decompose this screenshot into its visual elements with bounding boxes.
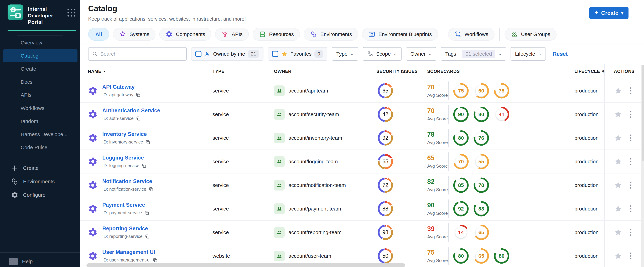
help-item[interactable]: Help [0,256,80,267]
scorecard-ring[interactable]: 80 [453,130,469,146]
scorecard-ring[interactable]: 80 [473,106,489,122]
row-menu-button[interactable] [629,228,632,237]
sidebar-item-create[interactable]: Create [3,62,78,76]
sidebar-item-docs[interactable]: Docs [3,76,78,88]
scorecard-ring[interactable]: 60 [473,83,489,99]
scorecard-ring[interactable]: 65 [473,224,489,240]
scorecard-ring[interactable]: 76 [473,130,489,146]
sidebar-footer-configure[interactable]: Configure [0,188,80,202]
entity-name-link[interactable]: Reporting Service [102,226,150,232]
horizontal-scrollbar[interactable] [86,264,405,267]
favorites-checkbox[interactable] [272,51,278,57]
sidebar-item-overview[interactable]: Overview [3,36,78,49]
scorecard-ring[interactable]: 41 [494,106,510,122]
scorecard-ring[interactable]: 90 [453,106,469,122]
scorecard-ring[interactable]: 70 [453,154,469,170]
entity-name-link[interactable]: Payment Service [102,202,149,208]
security-issues-donut[interactable]: 92 [378,130,393,146]
table-row-logging-service: Logging ServiceID: logging-serviceservic… [80,150,644,173]
sidebar-item-apis[interactable]: APIs [3,88,78,102]
owner-dropdown[interactable]: Owner ⌄ [406,47,436,61]
sidebar-footer-create[interactable]: Create [0,162,80,175]
app-grid-icon[interactable] [68,8,76,16]
copy-icon[interactable] [136,92,141,98]
scorecard-ring[interactable]: 80 [494,248,510,264]
favorite-star-button[interactable] [614,87,622,95]
tab-environment-blueprints[interactable]: AEnvironment Blueprints [362,28,438,41]
scorecard-ring[interactable]: 92 [453,201,469,217]
scorecard-ring[interactable]: 75 [494,83,510,99]
row-menu-button[interactable] [629,181,632,190]
favorite-star-button[interactable] [614,228,622,236]
row-menu-button[interactable] [629,204,632,213]
tab-all[interactable]: All [88,28,109,41]
copy-icon[interactable] [145,234,150,239]
search-input[interactable] [100,51,183,57]
entity-name-link[interactable]: Authentication Service [102,108,160,114]
tab-systems[interactable]: Systems [113,28,156,41]
sidebar-footer-environments[interactable]: Environments [0,175,80,188]
favorite-star-button[interactable] [614,181,622,189]
scorecard-ring[interactable]: 85 [453,177,469,193]
type-dropdown[interactable]: Type ⌄ [332,47,358,61]
scorecard-ring[interactable]: 75 [453,83,469,99]
scorecard-ring[interactable]: 14 [453,224,469,240]
sidebar-item-random[interactable]: random [3,115,78,128]
entity-name-link[interactable]: Logging Service [102,155,146,161]
sidebar-item-harness-develope[interactable]: Harness Develope... [3,128,78,141]
favorite-star-button[interactable] [614,110,622,118]
entity-name-link[interactable]: Notification Service [102,178,154,184]
row-menu-button[interactable] [629,110,632,119]
security-issues-donut[interactable]: 98 [378,225,393,240]
scorecard-ring[interactable]: 65 [473,248,489,264]
lifecycle-dropdown[interactable]: Lifecycle ⌄ [510,47,546,61]
scorecard-ring[interactable]: 83 [473,201,489,217]
entity-name-link[interactable]: User Management UI [102,249,158,255]
security-issues-donut[interactable]: 65 [378,154,393,169]
tab-user-groups[interactable]: User Groups [504,28,556,41]
create-button[interactable]: + Create ▾ [589,7,628,19]
tab-resources[interactable]: Resources [252,28,300,41]
scorecard-ring[interactable]: 80 [453,248,469,264]
favorite-star-button[interactable] [614,158,622,166]
favorite-star-button[interactable] [614,205,622,213]
row-menu-button[interactable] [629,134,632,142]
vertical-scrollbar[interactable] [642,64,644,267]
sidebar-item-code-pulse[interactable]: Code Pulse [3,141,78,154]
copy-icon[interactable] [145,140,150,145]
entity-name-link[interactable]: API Gateway [102,84,141,90]
copy-icon[interactable] [141,163,146,168]
security-issues-donut[interactable]: 42 [378,107,393,122]
scope-dropdown[interactable]: Scope ⌄ [363,47,402,61]
sidebar-item-catalog[interactable]: Catalog [3,49,78,62]
copy-icon[interactable] [144,210,149,216]
security-issues-donut[interactable]: 72 [378,178,393,193]
row-menu-button[interactable] [629,252,632,260]
owner-group-icon [274,86,285,96]
copy-icon[interactable] [148,187,154,192]
favorite-star-button[interactable] [614,134,622,142]
tab-workflows[interactable]: Workflows [448,28,494,41]
column-header-lifecycle[interactable]: LIFECYCLE ▲▼ [574,69,604,74]
owned-by-me-filter[interactable]: Owned by me 21 [191,47,264,61]
security-issues-donut[interactable]: 88 [378,201,393,216]
owned-by-me-checkbox[interactable] [195,51,202,57]
copy-icon[interactable] [136,116,141,121]
tab-apis[interactable]: APIs [215,28,249,41]
security-issues-donut[interactable]: 50 [378,248,393,264]
copy-icon[interactable] [152,258,158,263]
favorites-filter[interactable]: Favorites 0 [268,47,327,61]
row-menu-button[interactable] [629,86,632,95]
reset-filters-link[interactable]: Reset [553,51,568,57]
tags-dropdown[interactable]: Tags 01 selected ⌄ [441,47,506,61]
entity-name-link[interactable]: Inventory Service [102,131,150,137]
column-header-name[interactable]: NAME ▲ [80,64,199,79]
tab-components[interactable]: Components [159,28,211,41]
row-menu-button[interactable] [629,157,632,166]
favorite-star-button[interactable] [614,252,622,260]
scorecard-ring[interactable]: 55 [473,154,489,170]
tab-environments[interactable]: Environments [304,28,358,41]
scorecard-ring[interactable]: 78 [473,177,489,193]
security-issues-donut[interactable]: 65 [378,83,393,98]
sidebar-item-workflows[interactable]: Workflows [3,102,78,115]
